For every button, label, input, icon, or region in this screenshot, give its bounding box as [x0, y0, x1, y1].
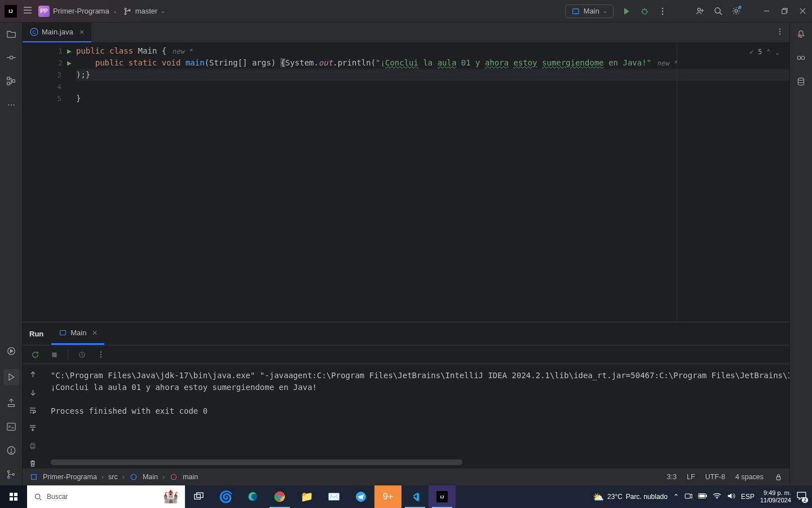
tray-volume[interactable] — [727, 492, 735, 501]
project-tool-button[interactable] — [6, 28, 17, 40]
telegram-app[interactable] — [347, 485, 374, 508]
task-view-button[interactable] — [185, 485, 212, 508]
code-with-me-button[interactable] — [695, 6, 705, 16]
run-config-label: Main — [584, 7, 599, 15]
svg-point-53 — [100, 356, 102, 357]
tray-clock[interactable]: 9:49 p. m. 11/09/2024 — [760, 489, 791, 503]
tray-wifi[interactable] — [713, 493, 721, 501]
clear-output-button[interactable] — [27, 459, 38, 469]
services-tool-button[interactable] — [6, 345, 17, 357]
windows-start-button[interactable] — [0, 485, 27, 508]
inspection-widget[interactable]: ✓5 ⌃⌄ — [749, 46, 779, 58]
soft-wrap-button[interactable] — [27, 405, 38, 415]
svg-line-20 — [720, 12, 722, 15]
svg-point-41 — [8, 476, 10, 478]
copilot-app[interactable]: 🌀 — [212, 485, 239, 508]
java-class-icon: C — [29, 28, 38, 37]
file-encoding[interactable]: UTF-8 — [705, 473, 725, 481]
svg-rect-36 — [7, 423, 15, 431]
app-orange[interactable]: 9+ — [374, 485, 401, 508]
debug-button[interactable] — [639, 6, 650, 16]
breadcrumb-project[interactable]: Primer-Programa — [43, 473, 97, 481]
vcs-tool-button[interactable] — [6, 468, 17, 480]
close-tab-button[interactable]: ✕ — [79, 28, 85, 36]
project-selector[interactable]: PP Primer-Programa ⌄ — [38, 6, 117, 17]
editor-tab-main[interactable]: C Main.java ✕ — [23, 23, 91, 42]
indent-setting[interactable]: 4 spaces — [735, 473, 764, 481]
stop-button[interactable] — [48, 349, 60, 360]
svg-rect-70 — [10, 497, 13, 501]
tray-battery[interactable] — [698, 493, 707, 501]
svg-rect-31 — [12, 80, 15, 82]
svg-point-46 — [779, 31, 780, 32]
cursor-position[interactable]: 3:3 — [667, 473, 677, 481]
breadcrumb-class[interactable]: Main — [143, 473, 158, 481]
minimize-window-button[interactable] — [761, 6, 771, 16]
maximize-window-button[interactable] — [779, 6, 789, 16]
run-tab-main[interactable]: Main ✕ — [51, 322, 104, 345]
run-line-icon[interactable]: ▶ — [67, 60, 72, 66]
svg-point-32 — [8, 104, 9, 106]
explorer-app[interactable]: 📁 — [293, 485, 320, 508]
branch-icon — [123, 7, 132, 16]
more-tools-button[interactable] — [6, 99, 17, 111]
run-tool-button[interactable] — [3, 369, 19, 385]
line-separator[interactable]: LF — [687, 473, 695, 481]
close-run-tab-button[interactable]: ✕ — [92, 329, 98, 337]
close-window-button[interactable] — [797, 6, 807, 16]
tray-language[interactable]: ESP — [741, 493, 754, 501]
run-line-icon[interactable]: ▶ — [67, 48, 72, 54]
breadcrumb-src[interactable]: src — [108, 473, 118, 481]
run-config-icon — [58, 329, 67, 338]
ai-assistant-button[interactable] — [796, 52, 807, 63]
breadcrumb-method[interactable]: main — [183, 473, 198, 481]
notifications-button[interactable] — [796, 28, 807, 40]
vscode-app[interactable] — [401, 485, 429, 508]
chrome-app[interactable] — [266, 485, 293, 508]
problems-tool-button[interactable] — [6, 445, 17, 456]
run-button[interactable] — [621, 6, 632, 16]
tray-meet-now[interactable] — [685, 492, 692, 502]
tray-chevron[interactable]: ⌃ — [673, 493, 679, 501]
horizontal-scrollbar[interactable] — [51, 459, 462, 465]
structure-tool-button[interactable] — [6, 76, 17, 87]
intellij-logo: IJ — [5, 5, 17, 17]
main-menu-button[interactable] — [23, 5, 33, 17]
tray-notifications[interactable]: 2 — [797, 492, 806, 502]
build-tool-button[interactable] — [6, 397, 17, 409]
code-editor[interactable]: ✓5 ⌃⌄ public class Main {new * public st… — [76, 43, 789, 322]
svg-point-65 — [797, 56, 801, 59]
scroll-to-end-button[interactable] — [27, 423, 38, 433]
commit-tool-button[interactable] — [6, 52, 17, 63]
svg-point-15 — [662, 13, 664, 15]
terminal-tool-button[interactable] — [6, 421, 17, 432]
svg-rect-64 — [776, 476, 780, 480]
tab-more-button[interactable] — [776, 28, 784, 37]
rerun-button[interactable] — [29, 349, 41, 360]
intellij-app[interactable]: IJ — [429, 485, 456, 508]
settings-button[interactable] — [731, 6, 741, 16]
readonly-toggle[interactable] — [774, 472, 783, 481]
run-config-selector[interactable]: Main ⌄ — [565, 5, 614, 18]
project-name-label: Primer-Programa — [53, 7, 109, 15]
svg-rect-75 — [196, 492, 202, 497]
run-output[interactable]: "C:\Program Files\Java\jdk-17\bin\java.e… — [43, 364, 789, 468]
weather-widget[interactable]: ⛅ 23°C Parc. nublado — [593, 492, 668, 502]
svg-rect-23 — [782, 10, 785, 14]
mail-app[interactable]: ✉️ — [320, 485, 347, 508]
dump-threads-button[interactable] — [76, 349, 87, 360]
more-actions-button[interactable] — [657, 6, 668, 16]
vcs-branch-selector[interactable]: master ⌄ — [123, 7, 166, 16]
svg-rect-85 — [699, 494, 705, 497]
run-more-button[interactable] — [95, 349, 107, 360]
svg-point-19 — [714, 8, 720, 13]
search-illustration: 🏰 — [163, 489, 178, 504]
print-button[interactable] — [27, 441, 38, 451]
search-button[interactable] — [713, 6, 723, 16]
windows-search[interactable]: Buscar 🏰 — [27, 485, 185, 508]
scroll-up-button[interactable] — [27, 370, 38, 380]
svg-rect-68 — [10, 493, 13, 496]
edge-app[interactable] — [239, 485, 266, 508]
database-tool-button[interactable] — [796, 76, 807, 87]
scroll-down-button[interactable] — [27, 388, 38, 398]
